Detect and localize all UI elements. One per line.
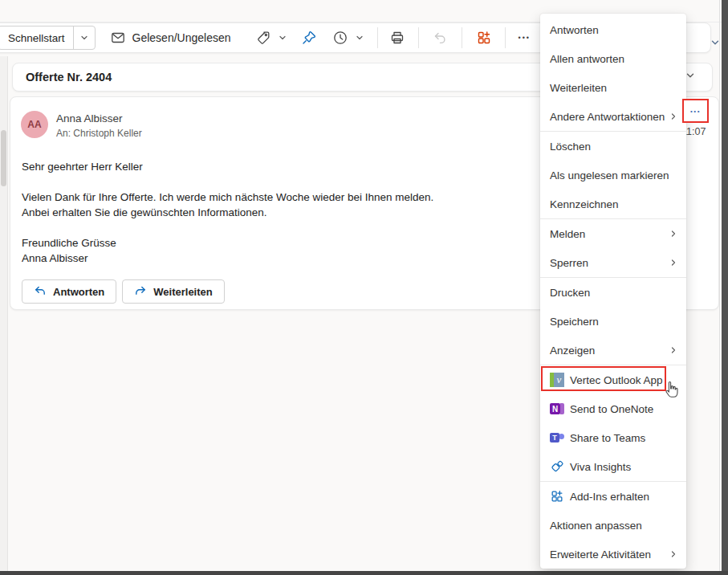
more-actions-context-menu: AntwortenAllen antwortenWeiterleitenAnde… [540, 14, 686, 569]
menu-item-label: Add-Ins erhalten [570, 491, 649, 503]
menu-item-label: Speichern [550, 316, 599, 328]
menu-item-label: Drucken [550, 287, 590, 299]
body-line: Anbei erhalten Sie die gewünschten Infor… [22, 205, 433, 220]
viva-insights-icon [550, 459, 564, 474]
menu-item-weiterleiten[interactable]: Weiterleiten [540, 73, 686, 102]
menu-item-antworten[interactable]: Antworten [540, 15, 686, 44]
reading-pane-scrollbar[interactable] [0, 56, 8, 571]
body-line: Vielen Dank für Ihre Offerte. Ich werde … [22, 190, 433, 205]
menu-item-allen-antworten[interactable]: Allen antworten [540, 44, 686, 73]
chevron-right-icon [669, 345, 678, 355]
addins-icon [550, 489, 564, 504]
menu-item-add-ins-erhalten[interactable]: Add-Ins erhalten [540, 482, 686, 511]
reply-button-label: Antworten [53, 286, 104, 298]
reply-button[interactable]: Antworten [22, 279, 116, 304]
menu-item-sperren[interactable]: Sperren [540, 248, 686, 277]
ellipsis-icon: ••• [519, 34, 531, 42]
chevron-down-icon [355, 33, 364, 43]
menu-item-label: Antworten [550, 24, 599, 36]
email-subject: Offerte Nr. 2404 [26, 71, 112, 84]
menu-item-label: Send to OneNote [570, 403, 653, 415]
menu-item-label: Kennzeichnen [550, 198, 619, 210]
menu-item-label: Vertec Outlook App [570, 374, 663, 386]
reply-arrow-icon [34, 284, 47, 300]
sender-name[interactable]: Anna Albisser [56, 112, 123, 124]
cursor-pointer-icon [663, 380, 681, 402]
menu-item-label: Sperren [550, 257, 588, 269]
chevron-right-icon [669, 549, 678, 559]
undo-icon [432, 30, 448, 46]
recipient-line[interactable]: An: Christoph Keller [56, 128, 142, 139]
body-greeting: Sehr geehrter Herr Keller [22, 159, 433, 174]
toolbar-divider [505, 27, 506, 48]
menu-item-label: Melden [550, 228, 585, 240]
chevron-down-icon [278, 33, 287, 43]
scrollbar-thumb[interactable] [1, 130, 6, 186]
body-signature: Anna Albisser [22, 251, 433, 266]
menu-item-label: Viva Insights [570, 461, 631, 473]
forward-arrow-icon [134, 284, 147, 300]
print-button[interactable] [388, 25, 407, 51]
quick-steps-label: Schnellstart [0, 32, 73, 44]
forward-button[interactable]: Weiterleiten [122, 279, 224, 304]
menu-item-kennzeichnen[interactable]: Kennzeichnen [540, 190, 686, 218]
subject-expand-chevron-icon[interactable] [685, 70, 696, 84]
clock-icon [332, 30, 348, 46]
chevron-right-icon [669, 258, 678, 267]
window-edge-bottom [0, 571, 728, 575]
toolbar-divider [418, 27, 419, 48]
menu-item-anzeigen[interactable]: Anzeigen [540, 336, 686, 365]
avatar-initials: AA [27, 119, 41, 130]
menu-item-share-to-teams[interactable]: TShare to Teams [540, 423, 686, 452]
quick-steps-button[interactable]: Schnellstart [0, 26, 96, 50]
pane-border [719, 0, 720, 571]
chevron-right-icon [669, 229, 678, 239]
toolbar-divider [377, 27, 378, 48]
menu-item-label: Weiterleiten [550, 82, 607, 94]
menu-item-label: Andere Antwortaktionen [550, 111, 665, 123]
forward-button-label: Weiterleiten [153, 286, 212, 298]
email-more-actions-button[interactable]: ••• [690, 108, 701, 115]
toolbar-more-button[interactable]: ••• [517, 25, 532, 51]
inline-reply-actions: Antworten Weiterleiten [22, 279, 225, 304]
email-body: Sehr geehrter Herr Keller Vielen Dank fü… [22, 159, 433, 266]
sender-avatar[interactable]: AA [21, 111, 48, 138]
vertec-outlook-icon: v [550, 373, 564, 387]
menu-item-melden[interactable]: Melden [540, 219, 686, 248]
annotation-box-more-button: ••• [682, 99, 709, 123]
chevron-down-icon[interactable] [74, 33, 95, 43]
menu-item-drucken[interactable]: Drucken [540, 278, 686, 307]
addins-icon [476, 30, 492, 46]
menu-item-speichern[interactable]: Speichern [540, 307, 686, 336]
menu-item-label: Share to Teams [570, 432, 645, 444]
read-unread-label: Gelesen/Ungelesen [132, 31, 231, 44]
tag-icon [255, 30, 271, 46]
onenote-icon: N [550, 402, 564, 416]
menu-item-label: Löschen [550, 141, 591, 153]
window-edge-right [722, 0, 728, 575]
pin-icon [301, 30, 317, 46]
menu-item-l-schen[interactable]: Löschen [540, 132, 686, 161]
menu-item-label: Als ungelesen markieren [550, 169, 669, 181]
categorize-button[interactable] [254, 25, 289, 51]
pin-button[interactable] [299, 25, 319, 51]
body-closing: Freundliche Grüsse [22, 235, 433, 251]
printer-icon [389, 30, 405, 46]
chevron-right-icon [669, 112, 678, 121]
addins-button[interactable] [474, 25, 494, 51]
outlook-window: Schnellstart Gelesen/Ungelesen [0, 0, 728, 575]
menu-item-aktionen-anpassen[interactable]: Aktionen anpassen [540, 511, 686, 540]
menu-item-label: Erweiterte Aktivitäten [550, 548, 651, 561]
read-unread-button[interactable]: Gelesen/Ungelesen [108, 25, 233, 51]
menu-item-label: Aktionen anpassen [550, 520, 642, 532]
menu-item-erweiterte-aktivit-ten[interactable]: Erweiterte Aktivitäten [540, 540, 686, 569]
menu-item-viva-insights[interactable]: Viva Insights [540, 452, 686, 481]
snooze-button[interactable] [331, 25, 366, 51]
menu-item-als-ungelesen-markieren[interactable]: Als ungelesen markieren [540, 161, 686, 190]
undo-button[interactable] [430, 25, 449, 51]
menu-item-andere-antwortaktionen[interactable]: Andere Antwortaktionen [540, 102, 686, 131]
teams-icon: T [550, 430, 564, 445]
menu-item-label: Anzeigen [550, 345, 595, 357]
toolbar-divider [462, 27, 462, 48]
envelope-icon [110, 30, 126, 46]
